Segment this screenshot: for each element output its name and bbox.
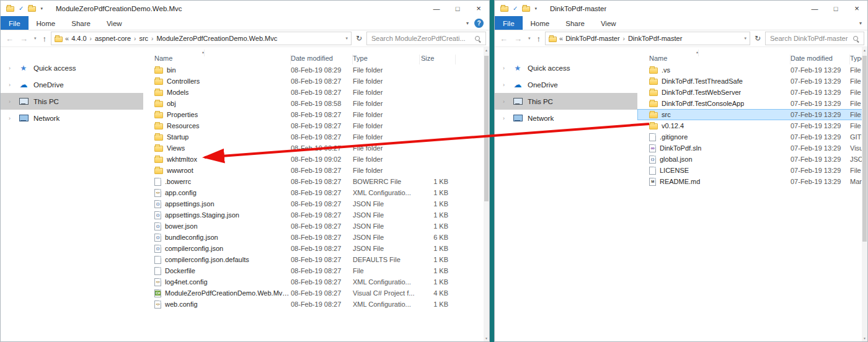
sidebar-item-network[interactable]: ›Network: [1, 110, 143, 126]
vertical-scrollbar[interactable]: ▲ ▼: [862, 47, 867, 341]
breadcrumb-segment[interactable]: aspnet-core: [95, 35, 131, 42]
expand-chevron-icon[interactable]: ›: [9, 82, 14, 88]
file-row[interactable]: { }compilerconfig.json08-Feb-19 08:27JSO…: [143, 243, 489, 254]
file-row[interactable]: DinkToPdf.TestThreadSafe07-Feb-19 13:29F…: [637, 76, 867, 87]
recent-locations-chevron-icon[interactable]: ▾: [526, 36, 533, 41]
file-row[interactable]: Views08-Feb-19 08:27File folder: [143, 142, 489, 154]
sidebar-item-quick-access[interactable]: ›★Quick access: [1, 59, 143, 76]
ribbon-collapse-icon[interactable]: ▾: [466, 20, 469, 26]
file-row[interactable]: <>app.config08-Feb-19 08:27XML Configura…: [143, 187, 489, 198]
maximize-button[interactable]: □: [447, 1, 468, 16]
scroll-up-icon[interactable]: ▲: [485, 48, 488, 52]
breadcrumb-overflow-icon[interactable]: «: [65, 35, 69, 42]
folder-icon[interactable]: [522, 6, 530, 12]
file-row[interactable]: .gitignore07-Feb-19 13:29GITIGNORE File: [637, 131, 867, 142]
ribbon-tab-file[interactable]: File: [495, 16, 523, 30]
file-row[interactable]: wkhtmltox08-Feb-19 09:02File folder: [143, 154, 489, 165]
refresh-icon[interactable]: ↻: [354, 34, 364, 43]
maximize-button[interactable]: □: [825, 1, 846, 16]
address-dropdown-icon[interactable]: ▾: [744, 36, 746, 41]
ribbon-tab-view[interactable]: View: [593, 16, 624, 30]
file-row[interactable]: ∞DinkToPdf.sln07-Feb-19 13:29Visual Stud…: [637, 142, 867, 154]
ribbon-tab-home[interactable]: Home: [523, 16, 558, 30]
back-icon[interactable]: ←: [4, 34, 16, 43]
sidebar-item-this-pc[interactable]: ›This PC: [495, 93, 637, 110]
up-icon[interactable]: ↑: [41, 34, 49, 43]
file-row[interactable]: obj08-Feb-19 08:58File folder: [143, 98, 489, 109]
column-header-size[interactable]: Size: [420, 55, 456, 64]
file-row[interactable]: bin08-Feb-19 08:29File folder: [143, 64, 489, 76]
file-row[interactable]: C#ModuleZeroPdfCreationDemo.Web.Mvc...08…: [143, 287, 489, 299]
column-header-name[interactable]: Name: [637, 55, 790, 64]
up-icon[interactable]: ↑: [535, 34, 543, 43]
file-row[interactable]: MREADME.md07-Feb-19 13:29Markdown File: [637, 176, 867, 187]
expand-chevron-icon[interactable]: ›: [503, 99, 508, 105]
scroll-up-icon[interactable]: ▲: [863, 48, 866, 52]
file-row[interactable]: { }global.json07-Feb-19 13:29JSON File: [637, 154, 867, 165]
back-icon[interactable]: ←: [498, 34, 510, 43]
search-input[interactable]: Search ModuleZeroPdfCreati...: [366, 32, 486, 45]
file-row[interactable]: { }appsettings.json08-Feb-19 08:27JSON F…: [143, 198, 489, 209]
ribbon-tab-view[interactable]: View: [99, 16, 130, 30]
forward-icon[interactable]: →: [512, 34, 524, 43]
address-box[interactable]: « 4.4.0›aspnet-core›src›ModuleZeroPdfCre…: [51, 32, 352, 45]
forward-icon[interactable]: →: [18, 34, 30, 43]
scroll-down-icon[interactable]: ▼: [485, 336, 488, 340]
minimize-button[interactable]: —: [804, 1, 825, 16]
column-header-type[interactable]: Type: [353, 55, 420, 64]
file-row[interactable]: { }appsettings.Staging.json08-Feb-19 08:…: [143, 209, 489, 221]
file-row[interactable]: DinkToPdf.TestWebServer07-Feb-19 13:29Fi…: [637, 87, 867, 98]
ribbon-tab-share[interactable]: Share: [63, 16, 99, 30]
file-row[interactable]: .bowerrc08-Feb-19 08:27BOWERRC File1 KB: [143, 176, 489, 187]
breadcrumb-segment[interactable]: DinkToPdf-master: [565, 35, 619, 42]
close-button[interactable]: ×: [846, 1, 867, 16]
expand-chevron-icon[interactable]: ›: [503, 82, 508, 88]
recent-locations-chevron-icon[interactable]: ▾: [32, 36, 38, 41]
file-row[interactable]: { }bundleconfig.json08-Feb-19 08:27JSON …: [143, 232, 489, 243]
file-row[interactable]: { }bower.json08-Feb-19 08:27JSON File1 K…: [143, 221, 489, 232]
minimize-button[interactable]: —: [426, 1, 447, 16]
address-box[interactable]: « DinkToPdf-master›DinkToPdf-master ▾: [545, 32, 750, 45]
ribbon-tab-share[interactable]: Share: [557, 16, 593, 30]
help-icon[interactable]: ?: [474, 19, 484, 28]
qat-customize-chevron-icon[interactable]: ▾: [534, 6, 537, 11]
refresh-icon[interactable]: ↻: [753, 34, 763, 43]
breadcrumb-overflow-icon[interactable]: «: [559, 35, 563, 42]
scrollbar-thumb[interactable]: [484, 56, 489, 201]
ribbon-collapse-icon[interactable]: ▾: [859, 20, 862, 26]
expand-chevron-icon[interactable]: ›: [9, 99, 14, 105]
breadcrumb-segment[interactable]: 4.4.0: [71, 35, 86, 42]
qat-customize-chevron-icon[interactable]: ▾: [40, 6, 43, 11]
address-dropdown-icon[interactable]: ▾: [345, 36, 348, 41]
close-button[interactable]: ×: [468, 1, 489, 16]
sidebar-item-this-pc[interactable]: ›This PC: [1, 93, 143, 110]
expand-chevron-icon[interactable]: ›: [9, 65, 14, 71]
search-input[interactable]: Search DinkToPdf-master: [765, 32, 864, 45]
file-row[interactable]: compilerconfig.json.defaults08-Feb-19 08…: [143, 254, 489, 265]
breadcrumb-segment[interactable]: DinkToPdf-master: [628, 35, 682, 42]
ribbon-tab-file[interactable]: File: [1, 16, 29, 30]
expand-chevron-icon[interactable]: ›: [503, 65, 508, 71]
column-header-name[interactable]: Name: [143, 55, 291, 64]
column-header-date-modified[interactable]: Date modified: [291, 55, 353, 64]
scroll-down-icon[interactable]: ▼: [863, 336, 866, 340]
breadcrumb-segment[interactable]: ModuleZeroPdfCreationDemo.Web.Mvc: [156, 35, 277, 42]
ribbon-tab-home[interactable]: Home: [29, 16, 64, 30]
sidebar-item-quick-access[interactable]: ›★Quick access: [495, 59, 637, 76]
file-row[interactable]: Properties08-Feb-19 08:27File folder: [143, 109, 489, 120]
file-row[interactable]: wwwroot08-Feb-19 08:27File folder: [143, 165, 489, 176]
file-row[interactable]: <>log4net.config08-Feb-19 08:27XML Confi…: [143, 276, 489, 287]
checkmark-icon[interactable]: ✓: [19, 6, 24, 12]
sidebar-item-onedrive[interactable]: ›☁OneDrive: [495, 76, 637, 93]
file-row[interactable]: v0.12.407-Feb-19 13:29File folder: [637, 120, 867, 131]
vertical-scrollbar[interactable]: ▲ ▼: [484, 47, 489, 341]
file-row[interactable]: Resources08-Feb-19 08:27File folder: [143, 120, 489, 131]
file-row[interactable]: Controllers08-Feb-19 08:27File folder: [143, 76, 489, 87]
scrollbar-thumb[interactable]: [862, 56, 867, 242]
expand-chevron-icon[interactable]: ›: [503, 115, 508, 121]
file-row[interactable]: .vs07-Feb-19 13:29File folder: [637, 64, 867, 76]
file-row[interactable]: LICENSE07-Feb-19 13:29File: [637, 165, 867, 176]
checkmark-icon[interactable]: ✓: [513, 6, 518, 12]
file-row[interactable]: DinkToPdf.TestConsoleApp07-Feb-19 13:29F…: [637, 98, 867, 109]
sidebar-item-network[interactable]: ›Network: [495, 110, 637, 126]
